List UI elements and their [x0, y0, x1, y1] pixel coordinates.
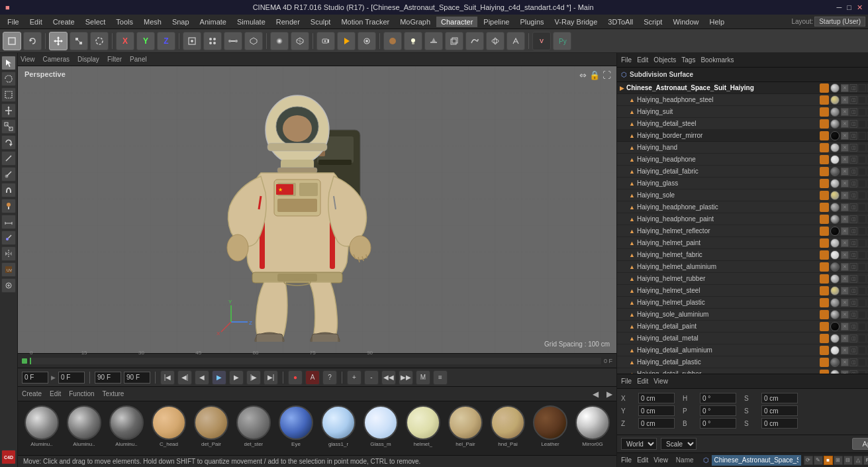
model-mode-btn[interactable]: [3, 32, 21, 50]
obj-tag-icon[interactable]: ◫: [849, 239, 857, 247]
coord-x-pos[interactable]: [638, 393, 675, 403]
menu-sculpt[interactable]: Sculpt: [306, 17, 336, 27]
obj-tag-icon[interactable]: [858, 358, 866, 366]
coord-p-rot[interactable]: [700, 405, 736, 416]
undo-btn[interactable]: [23, 32, 42, 50]
obj-tag-icon[interactable]: [858, 120, 866, 128]
material-swatch-2[interactable]: Aluminu..: [107, 405, 146, 452]
knife-tool[interactable]: [1, 151, 16, 166]
menu-select[interactable]: Select: [81, 17, 111, 27]
material-swatch-3[interactable]: C_head: [149, 405, 189, 452]
obj-tag-icon[interactable]: [858, 239, 866, 247]
apply-button[interactable]: Apply: [852, 438, 868, 450]
material-swatch-5[interactable]: det_ster: [234, 405, 273, 452]
obj-tag-icon[interactable]: ◫: [849, 168, 857, 176]
viewport-lock-btn[interactable]: 🔒: [589, 70, 600, 80]
obj-tag-icon[interactable]: [858, 132, 866, 140]
point-mode-btn[interactable]: [203, 32, 222, 50]
next-key-btn[interactable]: |▶: [246, 370, 261, 385]
obj-material-dot[interactable]: [820, 310, 829, 319]
wireframe-btn[interactable]: [291, 32, 309, 50]
lasso-tool[interactable]: [1, 72, 16, 86]
obj-tag-icon[interactable]: ◫: [849, 156, 857, 164]
menu-snap[interactable]: Snap: [168, 17, 194, 27]
close-btn[interactable]: ✕: [857, 3, 863, 12]
obj-tag-icon[interactable]: ◫: [849, 251, 857, 259]
texture-tool[interactable]: UV: [1, 262, 16, 277]
object-tree-row[interactable]: ▲Haiying_detail_fabric✕◫: [617, 166, 868, 178]
obj-tag-icon[interactable]: [858, 251, 866, 259]
obj-tag-icon[interactable]: ◫: [849, 203, 857, 211]
obj-tag-icon[interactable]: ◫: [849, 287, 857, 295]
timeline-bar[interactable]: 0 15 30 45 60 75 90: [30, 358, 601, 364]
key-mode-btn[interactable]: ?: [322, 370, 337, 385]
obj-tag-icon[interactable]: ◫: [849, 132, 857, 140]
props-tab-file[interactable]: File: [621, 378, 632, 385]
obj-tag-icon[interactable]: [858, 203, 866, 211]
vtab-cameras[interactable]: Cameras: [43, 56, 70, 63]
object-tree-row[interactable]: ▲Haiying_detail_plastic✕◫: [617, 356, 868, 368]
name-icon-6[interactable]: △: [853, 456, 863, 465]
material-swatch-10[interactable]: hel_Pair: [446, 405, 485, 452]
object-tree-row[interactable]: ▲Haiying_headphone_steel✕◫: [617, 94, 868, 106]
obj-tag-icon[interactable]: [858, 311, 866, 319]
obj-material-dot[interactable]: [820, 262, 829, 272]
obj-material-dot[interactable]: [820, 215, 829, 224]
select-tool[interactable]: [1, 56, 16, 70]
scale-btn[interactable]: [70, 32, 88, 50]
name-icon-1[interactable]: ⟳: [804, 456, 813, 465]
object-mode-btn[interactable]: [183, 32, 201, 50]
obj-tag-icon[interactable]: ✕: [841, 96, 849, 104]
obj-tag-icon[interactable]: ✕: [841, 84, 849, 92]
obj-material-dot[interactable]: [820, 119, 829, 129]
y-axis-btn[interactable]: Y: [136, 32, 155, 50]
obj-material-dot[interactable]: [820, 131, 829, 140]
vtab-display[interactable]: Display: [77, 56, 99, 63]
menu-animate[interactable]: Animate: [195, 17, 231, 27]
obj-tag-icon[interactable]: ◫: [849, 84, 857, 92]
name-tab-file[interactable]: File: [621, 456, 632, 464]
menu-script[interactable]: Script: [639, 17, 667, 27]
object-tree-row[interactable]: ▲Haiying_detail_steel✕◫: [617, 118, 868, 130]
nurbs-btn[interactable]: [486, 32, 505, 50]
obj-tag-icon[interactable]: ✕: [841, 251, 849, 259]
vray-logo-btn[interactable]: V: [532, 32, 551, 50]
obj-tag-icon[interactable]: ✕: [841, 299, 849, 307]
obj-tag-icon[interactable]: [858, 287, 866, 295]
obj-tag-icon[interactable]: [858, 180, 866, 187]
coord-sy-scale[interactable]: [761, 405, 798, 416]
props-tab-view[interactable]: View: [653, 378, 668, 385]
current-time-input[interactable]: [58, 372, 85, 384]
obj-material-dot[interactable]: [820, 322, 829, 331]
coord-h-rot[interactable]: [700, 393, 736, 403]
object-tree-row[interactable]: ▲Haiying_helmet_steel✕◫: [617, 285, 868, 297]
object-tree-row[interactable]: ▲Haiying_sole✕◫: [617, 189, 868, 201]
obj-material-dot[interactable]: [820, 83, 829, 93]
go-to-end-btn[interactable]: ▶|: [264, 370, 278, 385]
obj-material-dot[interactable]: [820, 227, 829, 236]
material-swatch-0[interactable]: Aluminu..: [22, 405, 62, 452]
object-tree-row[interactable]: ▲Haiying_helmet_aluminium✕◫: [617, 261, 868, 273]
measure-tool[interactable]: [1, 215, 16, 229]
material-swatch-7[interactable]: glass1_r: [318, 405, 358, 452]
prev-key-btn[interactable]: ◀|: [177, 370, 192, 385]
material-btn[interactable]: [383, 32, 402, 50]
prev-frame-btn[interactable]: ◀: [195, 370, 209, 385]
vtab-panel[interactable]: Panel: [130, 56, 147, 63]
obj-material-dot[interactable]: [820, 191, 829, 200]
obj-tag-icon[interactable]: ◫: [849, 323, 857, 331]
menu-mesh[interactable]: Mesh: [139, 17, 166, 27]
obj-tag-icon[interactable]: ◫: [849, 299, 857, 307]
move-tool[interactable]: [1, 103, 16, 118]
obj-tag-icon[interactable]: ✕: [841, 275, 849, 283]
next-marker-btn[interactable]: ▶▶: [399, 370, 413, 385]
x-axis-btn[interactable]: X: [116, 32, 134, 50]
object-tree-row[interactable]: ▲Haiying_helmet_rubber✕◫: [617, 273, 868, 285]
rotate-btn[interactable]: [90, 32, 109, 50]
obj-material-dot[interactable]: [820, 203, 829, 212]
render-settings-btn[interactable]: [358, 32, 376, 50]
menu-3dtoall[interactable]: 3DToAll: [603, 17, 638, 27]
prev-marker-btn[interactable]: ◀◀: [381, 370, 396, 385]
name-icon-3[interactable]: ■: [824, 456, 833, 465]
coord-y-pos[interactable]: [638, 405, 675, 416]
